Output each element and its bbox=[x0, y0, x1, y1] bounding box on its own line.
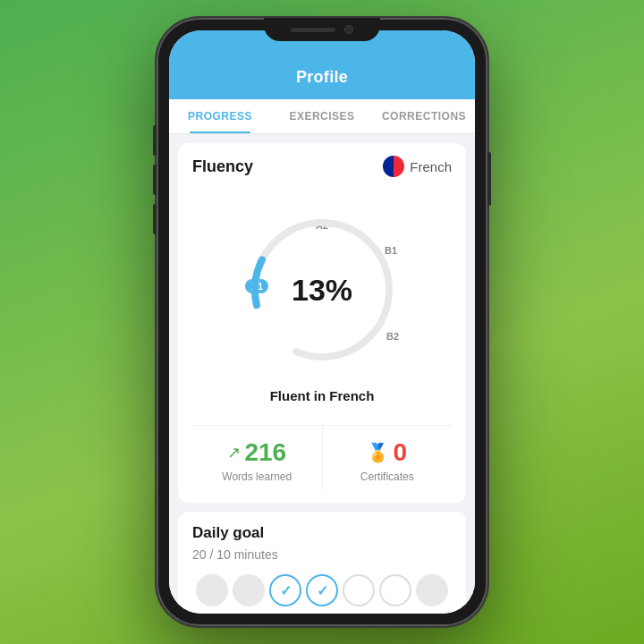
cert-label: Certificates bbox=[330, 470, 445, 483]
day-sat: Sat bbox=[379, 574, 411, 614]
day-tue: Tue bbox=[233, 574, 265, 614]
day-circle-thu: ✓ bbox=[306, 574, 338, 606]
days-row: Mon Tue ✓ Wed bbox=[192, 574, 452, 614]
tab-corrections[interactable]: CORRECTIONS bbox=[373, 99, 475, 133]
goal-time: 20 / 10 minutes bbox=[192, 547, 452, 562]
check-icon-thu: ✓ bbox=[317, 582, 328, 599]
progress-percent: 13% bbox=[292, 273, 352, 308]
daily-goal-card: Daily goal 20 / 10 minutes Mon Tue bbox=[178, 512, 466, 614]
notch-speaker bbox=[291, 28, 335, 32]
trend-arrow-icon: ↗ bbox=[227, 443, 241, 462]
tab-bar: PROGRESS EXERCISES CORRECTIONS bbox=[169, 99, 475, 134]
language-name: French bbox=[410, 159, 452, 174]
cert-count: 0 bbox=[393, 438, 407, 467]
notch bbox=[264, 18, 380, 41]
day-wed: ✓ Wed bbox=[269, 574, 301, 614]
progress-center: 13% bbox=[292, 273, 352, 308]
french-flag-icon bbox=[383, 156, 404, 177]
day-circle-tue bbox=[233, 574, 265, 606]
words-learned-stat: ↗ 216 Words learned bbox=[192, 426, 323, 490]
stats-row: ↗ 216 Words learned 🏅 0 Certificates bbox=[192, 425, 452, 490]
cert-value-row: 🏅 0 bbox=[330, 438, 445, 467]
fluency-title: Fluency bbox=[192, 157, 253, 176]
day-fri: Fri bbox=[343, 574, 375, 614]
notch-camera bbox=[344, 25, 353, 34]
check-icon-wed: ✓ bbox=[280, 582, 292, 599]
words-label: Words learned bbox=[199, 470, 315, 483]
words-value-row: ↗ 216 bbox=[199, 438, 315, 467]
day-sun: Sun bbox=[416, 574, 448, 614]
circle-container: A1 A2 B1 B2 13% bbox=[233, 200, 411, 379]
header-title: Profile bbox=[187, 68, 457, 87]
day-circle-sat bbox=[379, 574, 411, 606]
phone-screen: Profile PROGRESS EXERCISES CORRECTIONS F… bbox=[169, 30, 475, 614]
words-count: 216 bbox=[244, 438, 286, 467]
day-circle-sun bbox=[416, 574, 448, 606]
tab-exercises[interactable]: EXERCISES bbox=[271, 99, 373, 133]
day-thu: ✓ Thu bbox=[306, 574, 338, 614]
app-header: Profile bbox=[169, 63, 475, 99]
day-mon: Mon bbox=[196, 574, 228, 614]
fluency-card: Fluency French A1 bbox=[178, 143, 466, 503]
phone-wrapper: Profile PROGRESS EXERCISES CORRECTIONS F… bbox=[157, 18, 487, 626]
day-circle-wed: ✓ bbox=[269, 574, 301, 606]
day-circle-fri bbox=[343, 574, 375, 606]
tab-progress[interactable]: PROGRESS bbox=[169, 99, 271, 133]
certificates-stat: 🏅 0 Certificates bbox=[323, 426, 453, 490]
fluent-label: Fluent in French bbox=[270, 388, 375, 403]
content-area: Fluency French A1 bbox=[169, 134, 475, 614]
certificate-icon: 🏅 bbox=[367, 442, 389, 463]
fluency-header: Fluency French bbox=[192, 156, 452, 177]
progress-section: A1 A2 B1 B2 13% bbox=[192, 191, 452, 418]
day-circle-mon bbox=[196, 574, 228, 606]
daily-goal-title: Daily goal bbox=[192, 524, 452, 542]
language-badge[interactable]: French bbox=[383, 156, 452, 177]
